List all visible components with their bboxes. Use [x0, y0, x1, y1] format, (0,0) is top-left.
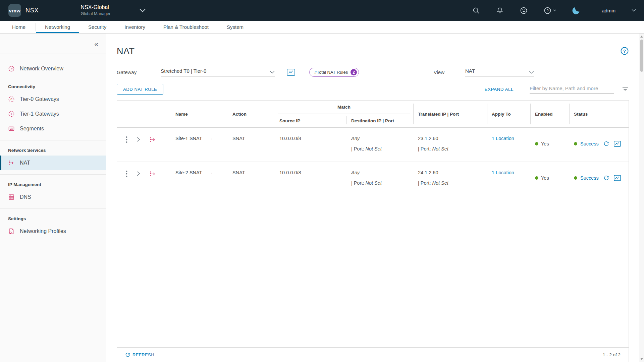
- user-menu[interactable]: admin: [602, 8, 636, 13]
- sidebar-collapse-button[interactable]: «: [94, 40, 98, 47]
- svg-text:0: 0: [10, 97, 12, 101]
- sidebar-item-dns[interactable]: DNS: [0, 190, 106, 204]
- column-divider: [569, 104, 570, 124]
- row-menu-kebab-icon[interactable]: [126, 170, 127, 177]
- refresh-label: REFRESH: [132, 352, 154, 357]
- theme-moon-icon[interactable]: [572, 6, 581, 15]
- sidebar-item-tier0-gateways[interactable]: 0 Tier-0 Gateways: [0, 92, 106, 107]
- rule-name[interactable]: Site-2 SNAT: [171, 170, 228, 186]
- expand-all-button[interactable]: EXPAND ALL: [484, 87, 514, 92]
- scrollbar-down-arrow[interactable]: [640, 358, 643, 360]
- view-label: View: [434, 69, 444, 75]
- nat-rule-icon: [149, 170, 156, 178]
- column-divider: [346, 116, 347, 124]
- table-empty-space: [117, 196, 629, 347]
- rule-source-ip: 10.0.0.0/8: [275, 170, 346, 186]
- sidebar-item-nat[interactable]: NAT: [0, 156, 106, 170]
- svg-text:?: ?: [546, 8, 548, 12]
- translated-port: Not Set: [432, 180, 448, 186]
- gateway-select-value: Stretched T0 | Tier-0: [161, 68, 206, 74]
- status-link[interactable]: Success: [580, 175, 599, 181]
- translated-ip: 24.1.2.60: [418, 170, 487, 175]
- scrollbar-up-arrow[interactable]: [640, 36, 643, 38]
- tab-plan-troubleshoot[interactable]: Plan & Troubleshoot: [154, 21, 218, 33]
- username: admin: [602, 8, 615, 13]
- tab-system[interactable]: System: [218, 21, 253, 33]
- total-nat-rules-badge: #Total NAT Rules 2: [309, 68, 359, 77]
- notifications-bell-icon[interactable]: [496, 6, 504, 15]
- filter-input[interactable]: [530, 85, 614, 94]
- product-name: NSX: [25, 7, 39, 14]
- scrollbar-thumb[interactable]: [640, 40, 643, 72]
- row-expand-chevron-icon[interactable]: [136, 170, 141, 177]
- search-icon[interactable]: [472, 6, 480, 15]
- refresh-icon: [125, 352, 130, 357]
- rule-action: SNAT: [228, 170, 275, 186]
- sidebar-item-label: Network Overview: [20, 66, 63, 72]
- rule-destination: Any | Port: Not Set: [346, 136, 413, 152]
- sidebar-item-label: Segments: [20, 126, 44, 132]
- nat-rules-table: Name Action Match Source IP Destination …: [117, 100, 629, 362]
- translated-ip: 23.1.2.60: [418, 136, 487, 141]
- rule-destination: Any | Port: Not Set: [346, 170, 413, 186]
- pagination-range: 1 - 2 of 2: [603, 352, 621, 357]
- top-bar: vmw NSX NSX-Global Global Manager ? admi…: [0, 0, 644, 21]
- svg-text:1: 1: [10, 112, 12, 116]
- tab-inventory[interactable]: Inventory: [115, 21, 154, 33]
- rule-name[interactable]: Site-1 SNAT: [171, 136, 228, 152]
- sidebar-item-segments[interactable]: Segments: [0, 121, 106, 136]
- sidebar-section-ip-management: IP Management: [0, 177, 106, 190]
- sidebar-item-label: Networking Profiles: [20, 228, 66, 234]
- column-divider: [487, 104, 487, 124]
- status-refresh-icon[interactable]: [603, 141, 609, 146]
- apply-to-link[interactable]: 1 Location: [492, 170, 514, 175]
- gateway-select[interactable]: Stretched T0 | Tier-0: [161, 68, 275, 76]
- refresh-button[interactable]: REFRESH: [125, 352, 154, 357]
- apply-to-link[interactable]: 1 Location: [492, 136, 514, 141]
- vmware-logo-text: vmw: [9, 8, 21, 13]
- tab-networking[interactable]: Networking: [36, 21, 79, 33]
- enabled-value: Yes: [541, 175, 549, 181]
- nat-rule-icon: [149, 136, 156, 143]
- rule-source-ip: 10.0.0.0/8: [275, 136, 346, 152]
- port-prefix: | Port:: [351, 180, 364, 186]
- column-divider: [275, 104, 275, 124]
- gateway-stats-chart-icon[interactable]: [287, 69, 295, 76]
- org-switcher-caret[interactable]: [139, 8, 146, 12]
- chevron-down-icon: [270, 71, 275, 74]
- vmware-logo[interactable]: vmw: [8, 4, 21, 17]
- sidebar-item-networking-profiles[interactable]: Networking Profiles: [0, 224, 106, 239]
- sidebar: « Network Overview Connectivity 0 Tier-0…: [0, 34, 106, 362]
- page-scrollbar[interactable]: [639, 34, 644, 362]
- add-nat-rule-button[interactable]: ADD NAT RULE: [117, 84, 163, 95]
- org-switcher[interactable]: NSX-Global Global Manager: [80, 4, 110, 17]
- tab-security[interactable]: Security: [79, 21, 115, 33]
- sidebar-item-network-overview[interactable]: Network Overview: [0, 61, 106, 76]
- help-icon[interactable]: ?: [543, 6, 556, 15]
- row-expand-chevron-icon[interactable]: [136, 136, 141, 143]
- tab-home[interactable]: Home: [12, 21, 36, 33]
- status-stats-chart-icon[interactable]: [614, 175, 621, 181]
- topbar-divider: [73, 3, 73, 17]
- column-divider: [171, 104, 171, 124]
- sidebar-item-tier1-gateways[interactable]: 1 Tier-1 Gateways: [0, 107, 106, 121]
- dns-icon: [8, 194, 15, 200]
- column-divider: [228, 104, 228, 124]
- status-stats-chart-icon[interactable]: [614, 141, 621, 147]
- view-select[interactable]: NAT: [465, 68, 534, 76]
- org-title: NSX-Global: [80, 4, 110, 11]
- page-title: NAT: [117, 46, 135, 57]
- column-header-action: Action: [228, 112, 275, 117]
- table-row: Site-1 SNAT SNAT 10.0.0.0/8 Any | Port: …: [117, 128, 629, 162]
- row-menu-kebab-icon[interactable]: [126, 136, 127, 143]
- column-header-source-ip: Source IP: [275, 118, 346, 123]
- status-refresh-icon[interactable]: [603, 175, 609, 181]
- tier1-gateway-icon: 1: [8, 111, 15, 117]
- sidebar-section-settings: Settings: [0, 212, 106, 224]
- feedback-smiley-icon[interactable]: [520, 6, 528, 15]
- status-link[interactable]: Success: [580, 141, 599, 146]
- filter-icon[interactable]: [622, 86, 629, 93]
- page-help-icon[interactable]: ?: [620, 47, 629, 57]
- status-dot: [574, 176, 577, 180]
- sidebar-item-label: DNS: [20, 194, 31, 200]
